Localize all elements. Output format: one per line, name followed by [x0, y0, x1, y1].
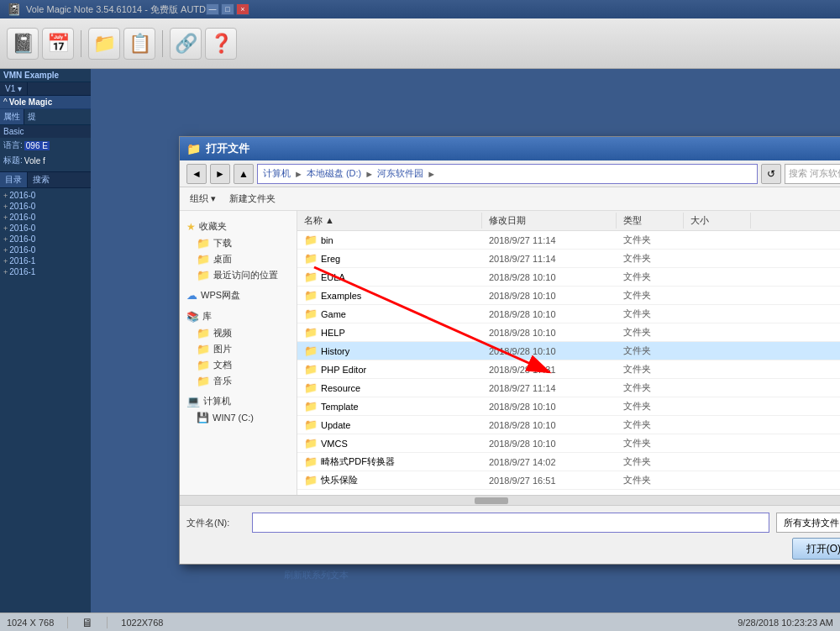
size-update — [684, 423, 751, 427]
size-ereg — [684, 257, 751, 260]
horizontal-scrollbar[interactable] — [180, 495, 840, 505]
nav-item-download[interactable]: 📁 下载 — [180, 235, 297, 251]
file-row-update[interactable]: 📁Update 2018/9/28 10:10 文件夹 — [297, 416, 840, 434]
col-date[interactable]: 修改日期 — [482, 213, 617, 229]
push-tab[interactable]: 提 — [24, 109, 39, 124]
minimize-button[interactable]: — — [206, 3, 219, 15]
computer-header[interactable]: 💻 计算机 — [180, 392, 297, 410]
new-folder-button[interactable]: 新建文件夹 — [226, 191, 279, 207]
vmn-example-label: VMN Example — [3, 71, 87, 80]
dialog-forward-button[interactable]: ► — [210, 164, 230, 184]
filename-input[interactable] — [252, 513, 769, 533]
file-row-help[interactable]: 📁HELP 2018/9/28 10:10 文件夹 — [297, 323, 840, 342]
date-update: 2018/9/28 10:10 — [482, 418, 617, 432]
folder-icon-examples: 📁 — [304, 289, 318, 302]
filename-examples: Examples — [321, 291, 361, 301]
calendar-icon[interactable]: 📅 — [42, 28, 74, 60]
file-row-phpeditor[interactable]: 📁PHP Editor 2018/9/28 17:31 文件夹 — [297, 360, 840, 379]
file-row-game[interactable]: 📁Game 2018/9/28 10:10 文件夹 — [297, 305, 840, 323]
col-type[interactable]: 类型 — [617, 213, 684, 229]
tree-item-7[interactable]: +2016-1 — [2, 255, 89, 266]
file-row-kuaile[interactable]: 📁快乐保险 2018/9/27 16:51 文件夹 — [297, 471, 840, 490]
wps-label: WPS网盘 — [201, 289, 240, 302]
type-bin: 文件夹 — [617, 232, 684, 248]
dialog-nav-panel: ★ 收藏夹 📁 下载 📁 桌面 — [180, 211, 297, 495]
nav-item-documents[interactable]: 📁 文档 — [180, 357, 297, 373]
organize-button[interactable]: 组织 ▾ — [186, 191, 219, 207]
folder-icon-phpeditor: 📁 — [304, 363, 318, 376]
attr-tab[interactable]: 属性 — [0, 109, 24, 124]
dialog-back-button[interactable]: ◄ — [186, 164, 207, 184]
vole-magic-label: Vole Magic — [9, 97, 53, 107]
nav-item-recent[interactable]: 📁 最近访问的位置 — [180, 267, 297, 283]
file-row-bin[interactable]: 📁bin 2018/9/27 11:14 文件夹 — [297, 231, 840, 250]
open-button[interactable]: 打开(O) — [792, 538, 840, 560]
nav-item-pictures[interactable]: 📁 图片 — [180, 341, 297, 357]
dialog-path-bar[interactable]: 计算机 ► 本地磁盘 (D:) ► 河东软件园 ► — [257, 164, 758, 184]
nav-item-c-drive[interactable]: 💾 WIN7 (C:) — [180, 410, 297, 425]
tree-item-8[interactable]: +2016-1 — [2, 266, 89, 277]
col-size[interactable]: 大小 — [684, 213, 751, 229]
tree-item-4[interactable]: +2016-0 — [2, 223, 89, 234]
tree-item-3[interactable]: +2016-0 — [2, 212, 89, 223]
dialog-search-box[interactable]: 搜索 河东软件园 — [785, 164, 840, 184]
nav-item-music[interactable]: 📁 音乐 — [180, 373, 297, 389]
favorites-header[interactable]: ★ 收藏夹 — [180, 218, 297, 235]
notebook-icon[interactable]: 📓 — [7, 28, 39, 60]
path-disk[interactable]: 本地磁盘 (D:) — [307, 167, 361, 180]
link-icon[interactable]: 🔗 — [170, 28, 202, 60]
file-row-ereg[interactable]: 📁Ereg 2018/9/27 11:14 文件夹 — [297, 250, 840, 268]
help-icon[interactable]: ❓ — [205, 28, 237, 60]
tab-search[interactable]: 搜索 — [28, 172, 55, 187]
folder-icon[interactable]: 📁 — [88, 28, 120, 60]
tab-directory[interactable]: 目录 — [0, 172, 28, 187]
toolbar-separator-2 — [162, 30, 163, 57]
nav-item-video[interactable]: 📁 视频 — [180, 325, 297, 341]
filetype-select[interactable]: 所有支持文件 (*.vmc) — [776, 513, 840, 533]
file-row-template[interactable]: 📁Template 2018/9/28 10:10 文件夹 — [297, 397, 840, 416]
file-row-resource[interactable]: 📁Resource 2018/9/27 11:14 文件夹 — [297, 379, 840, 397]
file-row-pdf[interactable]: 📁畸格式PDF转换器 2018/9/27 14:02 文件夹 — [297, 453, 840, 471]
maximize-button[interactable]: □ — [221, 3, 234, 15]
folder-icon-update: 📁 — [304, 418, 318, 431]
dialog-search-placeholder: 搜索 河东软件园 — [789, 167, 840, 180]
folder-icon-help: 📁 — [304, 326, 318, 339]
size-help — [684, 331, 751, 334]
size-phpeditor — [684, 368, 751, 371]
folder-icon-bin: 📁 — [304, 234, 318, 246]
download-folder-icon: 📁 — [197, 237, 210, 250]
file-row-examples[interactable]: 📁Examples 2018/9/28 10:10 文件夹 — [297, 287, 840, 305]
title-bar: 📓 Vole Magic Note 3.54.61014 - 免费版 AUTD … — [0, 0, 840, 18]
type-kuaile: 文件夹 — [617, 472, 684, 488]
folder-icon-vmcs: 📁 — [304, 437, 318, 450]
scrollbar-thumb[interactable] — [475, 497, 508, 504]
dialog-refresh-button[interactable]: ↺ — [761, 164, 781, 184]
close-button[interactable]: × — [236, 3, 249, 15]
wps-header[interactable]: ☁ WPS网盘 — [180, 287, 297, 304]
recent-label: 最近访问的位置 — [213, 269, 278, 281]
folder-icon-game: 📁 — [304, 308, 318, 320]
recent-folder-icon: 📁 — [197, 269, 210, 281]
tree-item-1[interactable]: +2016-0 — [2, 190, 89, 201]
dialog-up-button[interactable]: ▲ — [234, 164, 254, 184]
tree-item-6[interactable]: +2016-0 — [2, 245, 89, 255]
size-kuaile — [684, 479, 751, 482]
file-row-history[interactable]: 📁History 2018/9/28 10:10 文件夹 — [297, 342, 840, 360]
ver-tab[interactable]: V1 ▾ — [0, 82, 28, 95]
col-name[interactable]: 名称 ▲ — [297, 213, 482, 229]
list-icon[interactable]: 📋 — [123, 28, 155, 60]
path-computer[interactable]: 计算机 — [263, 167, 291, 180]
file-row-vmcs[interactable]: 📁VMCS 2018/9/28 10:10 文件夹 — [297, 434, 840, 453]
nav-item-desktop[interactable]: 📁 桌面 — [180, 251, 297, 267]
dimensions-label: 1022X768 — [121, 618, 163, 628]
file-row-eula[interactable]: 📁EULA 2018/9/28 10:10 文件夹 — [297, 268, 840, 287]
vole-magic-section[interactable]: ^ Vole Magic — [0, 96, 91, 109]
tree-item-2[interactable]: +2016-0 — [2, 201, 89, 212]
pictures-folder-icon: 📁 — [197, 343, 210, 355]
main-toolbar: 📓 📅 📁 📋 🔗 ❓ — [0, 18, 840, 69]
path-folder[interactable]: 河东软件园 — [377, 167, 423, 180]
library-header[interactable]: 📚 库 — [180, 308, 297, 325]
date-ereg: 2018/9/27 11:14 — [482, 252, 617, 266]
drive-icon: 💾 — [197, 412, 209, 423]
tree-item-5[interactable]: +2016-0 — [2, 234, 89, 245]
